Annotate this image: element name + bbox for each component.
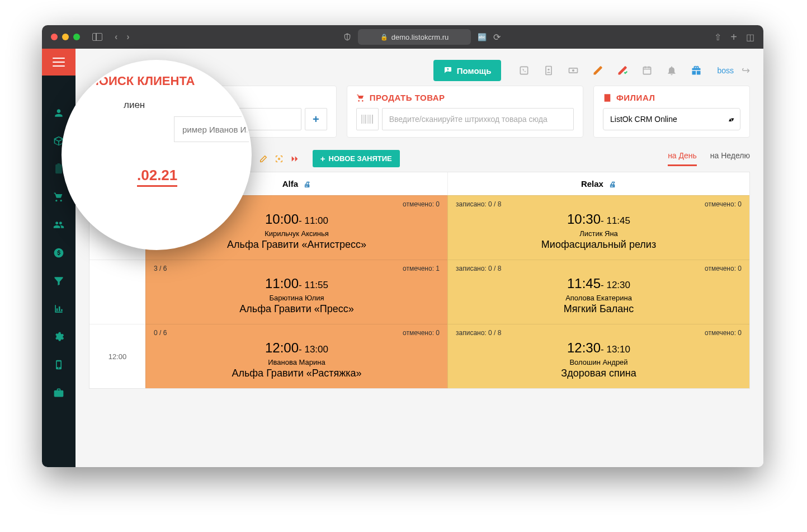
svg-rect-12 [372,115,373,124]
cell-trainer: Волошин Андрей [456,358,742,366]
lock-icon: 🔒 [380,34,388,41]
branch-select[interactable]: ListOk CRM Online ▴▾ [603,108,740,130]
cell-time: 12:30- 13:10 [456,340,742,356]
close-window-button[interactable] [51,34,58,40]
svg-point-2 [548,69,550,70]
svg-point-4 [572,69,574,72]
tab-week[interactable]: на Неделю [710,151,750,166]
cell-marked: отмечено: 0 [705,200,742,208]
cell-class-name: Здоровая спина [456,368,742,379]
help-button[interactable]: Помощь [433,60,502,81]
traffic-lights [51,34,80,40]
calendar-icon[interactable] [640,63,654,78]
privacy-shield-icon[interactable] [343,32,351,41]
fast-forward-icon[interactable] [289,153,300,164]
logout-icon[interactable]: ↪ [742,64,750,77]
barcode-icon [356,108,379,130]
print-room-relax-icon[interactable]: 🖨 [609,180,616,189]
sell-product-title: ПРОДАТЬ ТОВАР [356,93,574,102]
time-cell: 12:00 [89,324,145,388]
cell-booked: записано: 0 / 8 [456,200,501,208]
rail-settings-icon[interactable] [42,323,75,351]
rail-chart-icon[interactable] [42,295,75,323]
rail-briefcase-icon[interactable] [42,379,75,407]
minimize-window-button[interactable] [62,34,69,40]
schedule-row: 3 / 6отмечено: 111:00- 11:55Барютина Юли… [89,260,749,324]
translate-icon[interactable]: 🔤 [478,33,487,41]
print-room-alfa-icon[interactable]: 🖨 [304,180,311,189]
schedule-cell[interactable]: записано: 0 / 8отмечено: 011:45- 12:30Ап… [447,260,749,324]
reload-icon[interactable]: ⟳ [493,32,501,43]
cell-trainer: Барютина Юлия [154,294,440,302]
help-button-label: Помощь [457,66,492,76]
cell-booked: 0 / 6 [154,329,167,337]
new-class-label: НОВОЕ ЗАНЯТИЕ [329,154,392,163]
schedule-cell[interactable]: 3 / 6отмечено: 111:00- 11:55Барютина Юли… [145,260,447,324]
share-icon[interactable]: ⇧ [714,32,721,43]
cell-marked: отмечено: 0 [403,200,440,208]
address-bar[interactable]: 🔒 demo.listokcrm.ru [358,29,471,45]
rail-filter-icon[interactable] [42,267,75,295]
cell-time: 10:30- 11:45 [456,211,742,227]
scan-icon[interactable] [273,153,285,164]
gift-icon[interactable] [689,63,704,78]
side-rail [42,49,75,467]
username-link[interactable]: boss [717,66,734,75]
forward-button[interactable]: › [126,32,129,42]
lens-date[interactable]: .02.21 [137,167,177,187]
cash-icon[interactable] [566,63,581,78]
schedule-cell[interactable]: записано: 0 / 8отмечено: 010:30- 11:45Ли… [447,195,749,260]
menu-toggle-button[interactable] [42,49,75,76]
hamburger-icon [53,58,65,67]
rail-money-icon[interactable] [42,239,75,267]
lens-search-input[interactable] [174,116,252,142]
svg-rect-7 [363,115,364,124]
svg-point-13 [278,158,280,159]
svg-rect-9 [367,115,367,124]
phone-icon[interactable] [517,63,531,78]
barcode-input[interactable] [382,108,574,130]
cell-class-name: Альфа Гравити «Растяжка» [154,368,440,379]
schedule-cell[interactable]: записано: 0 / 8отмечено: 012:30- 13:10Во… [447,324,749,388]
schedule-cell[interactable]: 0 / 6отмечено: 012:00- 13:00Иванова Мари… [145,324,447,388]
room-header-relax: Relax 🖨 [447,172,749,195]
cell-booked: записано: 0 / 8 [456,329,501,337]
new-class-button[interactable]: + НОВОЕ ЗАНЯТИЕ [313,150,400,167]
edit-orange-icon[interactable] [258,153,269,164]
sidebar-toggle-icon[interactable] [92,33,102,41]
new-tab-icon[interactable]: + [730,31,737,44]
edit-check-icon[interactable] [615,63,630,78]
cell-class-name: Мягкий Баланс [456,303,742,315]
lens-subtitle: лиен [124,100,252,111]
rail-mobile-icon[interactable] [42,351,75,379]
svg-rect-0 [521,67,528,74]
svg-rect-8 [365,115,366,124]
cell-booked: записано: 0 / 8 [456,265,501,272]
sell-product-panel: ПРОДАТЬ ТОВАР [347,86,583,138]
cell-trainer: Иванова Марина [154,358,440,366]
add-client-button[interactable]: + [305,108,327,130]
maximize-window-button[interactable] [73,34,80,40]
edit-icon[interactable] [591,63,605,78]
cell-marked: отмечено: 1 [403,265,440,272]
cell-booked: 3 / 6 [154,265,167,272]
cell-marked: отмечено: 0 [403,329,440,337]
branch-select-value: ListOk CRM Online [610,115,677,124]
bell-icon[interactable] [664,63,679,78]
cell-class-name: Альфа Гравити «Пресс» [154,303,440,315]
cell-time: 11:45- 12:30 [456,276,742,291]
branch-title: ФИЛИАЛ [603,93,740,102]
tabs-icon[interactable]: ◫ [746,32,754,43]
nav-arrows: ‹ › [115,32,130,42]
cell-time: 11:00- 11:55 [154,276,440,291]
svg-rect-6 [361,115,362,124]
branch-panel: ФИЛИАЛ ListOk CRM Online ▴▾ [593,86,750,138]
chevron-updown-icon: ▴▾ [729,116,733,123]
back-button[interactable]: ‹ [115,32,117,42]
rail-group-icon[interactable] [42,211,75,239]
time-cell [89,260,145,324]
tab-day[interactable]: на День [668,151,697,166]
cell-trainer: Аполова Екатерина [456,294,742,302]
magnifier-overlay: ПОИСК КЛИЕНТА лиен + .02.21 › [62,60,252,250]
badge-icon[interactable] [541,63,556,78]
